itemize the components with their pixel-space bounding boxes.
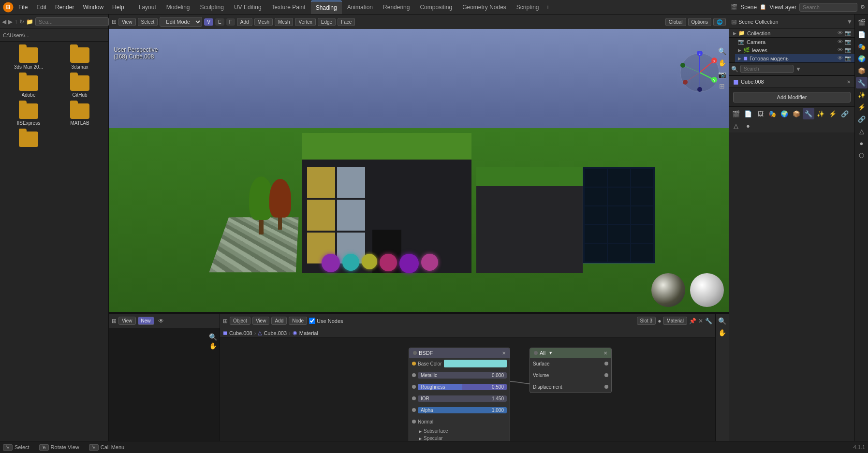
properties-close-icon[interactable]: ✕ — [847, 79, 851, 85]
tab-rendering[interactable]: Rendering — [378, 0, 414, 14]
outliner-collection-item[interactable]: ▶ 📁 Collection 👁 📷 — [729, 29, 854, 38]
viewport-uv-menu[interactable]: Face — [338, 18, 355, 26]
sidebar-shader-icon[interactable]: ⬡ — [856, 149, 868, 161]
viewport-mesh-menu[interactable]: Mesh — [254, 18, 273, 26]
list-item[interactable]: 3ds Max 20... — [4, 45, 53, 72]
sidebar-scene-icon[interactable]: 🎭 — [856, 41, 868, 52]
tab-shading[interactable]: Shading — [311, 0, 342, 14]
tab-uv-editing[interactable]: UV Editing — [229, 0, 266, 14]
viewport-select-menu[interactable]: Select — [138, 18, 158, 26]
viewport-face-menu[interactable]: Edge — [318, 18, 336, 26]
vertex-mode-btn[interactable]: V — [204, 18, 213, 26]
slot-selector[interactable]: Slot 3 — [637, 317, 656, 325]
metallic-field[interactable]: Metallic 0.000 — [418, 372, 507, 379]
pin-icon[interactable]: 📌 — [689, 318, 696, 324]
shader-object-mode[interactable]: Object — [230, 317, 250, 325]
shader-view-icon[interactable]: 👁 — [156, 317, 166, 325]
sidebar-render-icon[interactable]: 🎬 — [856, 16, 868, 28]
shader-zoom-icon[interactable]: 🔍 — [717, 316, 728, 326]
outliner-filter-icon[interactable]: ▼ — [847, 18, 853, 25]
node-preview-canvas[interactable] — [109, 328, 220, 453]
breadcrumb-material[interactable]: Material — [299, 330, 318, 336]
viewport-pivot-selector[interactable]: Global — [665, 18, 686, 26]
tab-scripting[interactable]: Scripting — [512, 0, 544, 14]
prop-render-tab[interactable]: 🎬 — [730, 108, 742, 119]
leaves-eye-icon[interactable]: 👁 — [838, 47, 843, 53]
prop-material-tab[interactable]: ● — [742, 120, 754, 132]
menu-help[interactable]: Help — [108, 3, 128, 12]
outliner-camera-item[interactable]: 📷 Camera 👁 📷 — [735, 38, 854, 46]
sidebar-physics-icon[interactable]: ⚡ — [856, 101, 868, 113]
visibility-eye-icon[interactable]: 👁 — [838, 30, 843, 36]
viewport-vertex-menu[interactable]: Mesh — [275, 18, 293, 26]
prop-particles-tab[interactable]: ✨ — [815, 108, 826, 119]
sidebar-material-icon[interactable]: ● — [856, 137, 868, 149]
zoom-icon[interactable]: 🔍 — [717, 46, 727, 57]
list-item[interactable] — [4, 130, 53, 150]
shader-mode-icon[interactable]: ⊞ — [112, 318, 117, 324]
left-sidebar-search[interactable] — [35, 17, 109, 26]
edge-mode-btn[interactable]: E — [215, 18, 224, 26]
shader-new-btn[interactable]: New — [138, 317, 154, 325]
shader-menu-icon[interactable]: ⊞ — [223, 318, 228, 324]
tab-compositing[interactable]: Compositing — [415, 0, 457, 14]
model-eye-icon[interactable]: 👁 — [838, 55, 843, 61]
close-shader-btn[interactable]: ✕ — [698, 318, 703, 324]
prop-object-tab[interactable]: 📦 — [791, 108, 802, 119]
outliner-menu-icon[interactable]: ⊞ — [731, 18, 737, 26]
sidebar-objectdata-icon[interactable]: △ — [856, 125, 868, 137]
top-search-input[interactable] — [799, 3, 857, 12]
list-item[interactable]: 3dsmax — [55, 45, 104, 72]
sidebar-back-btn[interactable]: ◀ — [2, 18, 6, 25]
shader-view-btn[interactable]: View — [252, 317, 270, 325]
output-all-dropdown[interactable]: All — [540, 350, 545, 356]
subsurface-section[interactable]: Subsurface — [409, 427, 510, 435]
model-render-icon[interactable]: 📷 — [845, 55, 852, 61]
sidebar-constraints-icon[interactable]: 🔗 — [856, 113, 868, 125]
list-item[interactable]: IISExpress — [4, 102, 53, 128]
nav-gizmo[interactable]: X Y Z — [678, 51, 721, 96]
prop-world-tab[interactable]: 🌍 — [779, 108, 790, 119]
viewport-menu-icon[interactable]: ⊞ — [112, 18, 117, 25]
sidebar-up-btn[interactable]: ↑ — [15, 18, 17, 25]
use-nodes-toggle[interactable]: Use Nodes — [309, 318, 343, 324]
tab-geometry-nodes[interactable]: Geometry Nodes — [457, 0, 511, 14]
tools-icon[interactable]: 🔧 — [705, 318, 712, 324]
leaves-expand[interactable]: ▶ — [738, 48, 741, 53]
filter-icon[interactable]: ▼ — [795, 66, 801, 73]
tab-texture-paint[interactable]: Texture Paint — [267, 0, 310, 14]
menu-edit[interactable]: Edit — [32, 3, 50, 12]
sidebar-refresh-btn[interactable]: ↻ — [19, 18, 24, 25]
sidebar-particles-icon[interactable]: ✨ — [856, 89, 868, 101]
sidebar-forward-btn[interactable]: ▶ — [8, 18, 13, 25]
sidebar-output-icon[interactable]: 📄 — [856, 29, 868, 40]
shader-hand-icon[interactable]: ✋ — [717, 327, 728, 338]
global-coords-btn[interactable]: 🌐 — [713, 18, 726, 26]
leaves-render-icon[interactable]: 📷 — [845, 47, 852, 53]
output-dropdown-arrow[interactable]: ▼ — [548, 351, 553, 355]
camera-eye-icon[interactable]: 👁 — [838, 39, 843, 45]
collection-expand-arrow[interactable]: ▶ — [733, 31, 736, 36]
material-type-selector[interactable]: Material — [663, 317, 687, 325]
hand-icon[interactable]: ✋ — [717, 58, 727, 68]
prop-viewlayer-tab[interactable]: 🖼 — [754, 108, 766, 119]
viewport-edge-menu[interactable]: Vertex — [295, 18, 315, 26]
viewport-add-menu[interactable]: Add — [237, 18, 252, 26]
outliner-model-item[interactable]: ▶ ◼ Готовая модель 👁 📷 — [735, 54, 854, 62]
edit-mode-selector[interactable]: Edit Mode — [160, 17, 202, 27]
camera-icon[interactable]: 📷 — [717, 69, 727, 80]
tab-modeling[interactable]: Modeling — [162, 0, 195, 14]
preview-search-icon[interactable]: 🔍 — [209, 333, 217, 341]
visibility-render-icon[interactable]: 📷 — [845, 30, 852, 36]
menu-file[interactable]: File — [15, 3, 31, 12]
tab-layout[interactable]: Layout — [134, 0, 161, 14]
tab-sculpting[interactable]: Sculpting — [195, 0, 229, 14]
list-item[interactable]: MATLAB — [55, 102, 104, 128]
outliner-leaves-item[interactable]: ▶ 🌿 leaves 👁 📷 — [735, 46, 854, 54]
sidebar-folder-btn[interactable]: 📁 — [26, 18, 33, 25]
tab-animation[interactable]: Animation — [342, 0, 378, 14]
model-expand[interactable]: ▶ — [738, 56, 741, 61]
outliner-search-input[interactable] — [740, 65, 794, 73]
settings-icon[interactable]: ⚙ — [860, 4, 865, 10]
sidebar-world-icon[interactable]: 🌍 — [856, 53, 868, 64]
